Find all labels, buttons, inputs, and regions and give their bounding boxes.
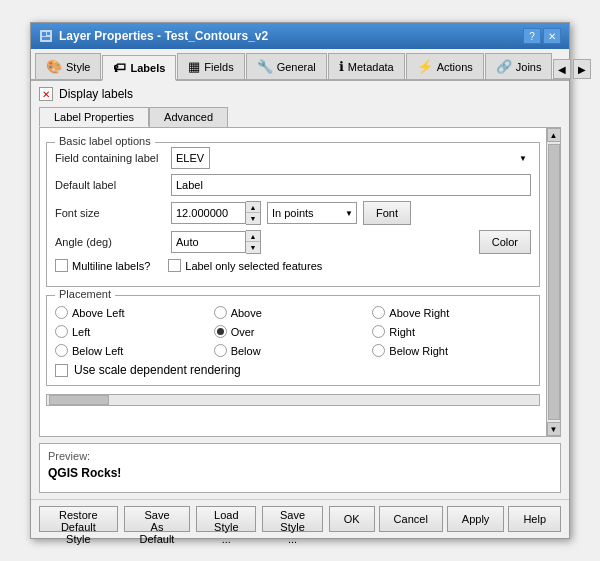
angle-input[interactable]	[171, 231, 246, 253]
font-size-text: Font size	[55, 207, 165, 219]
tab-general-label: General	[277, 61, 316, 73]
placement-title: Placement	[55, 288, 115, 300]
default-label-input[interactable]	[171, 174, 531, 196]
restore-default-button[interactable]: Restore Default Style	[39, 506, 118, 532]
inner-tab-advanced-label: Advanced	[164, 111, 213, 123]
tab-actions[interactable]: ⚡ Actions	[406, 53, 484, 79]
title-bar: Layer Properties - Test_Contours_v2 ? ✕	[31, 23, 569, 49]
load-style-button[interactable]: Load Style ...	[196, 506, 256, 532]
radio-below-left-label: Below Left	[72, 345, 123, 357]
selected-only-checkbox[interactable]	[168, 259, 181, 272]
close-title-button[interactable]: ✕	[543, 28, 561, 44]
scroll-down-arrow[interactable]: ▼	[547, 422, 561, 436]
display-labels-checkbox[interactable]: ✕	[39, 87, 53, 101]
tab-labels[interactable]: 🏷 Labels	[102, 55, 176, 81]
field-containing-label-text: Field containing label	[55, 152, 165, 164]
save-style-button[interactable]: Save Style ...	[262, 506, 322, 532]
radio-below-right-btn[interactable]	[372, 344, 385, 357]
radio-right-label: Right	[389, 326, 415, 338]
main-window: Layer Properties - Test_Contours_v2 ? ✕ …	[30, 22, 570, 539]
placement-group: Placement Above Left Above	[46, 295, 540, 386]
basic-label-options-title: Basic label options	[55, 135, 155, 147]
radio-right-btn[interactable]	[372, 325, 385, 338]
font-size-row: Font size ▲ ▼ In points In map units	[55, 201, 531, 225]
window-title: Layer Properties - Test_Contours_v2	[59, 29, 268, 43]
radio-below-right: Below Right	[372, 344, 531, 357]
radio-above-btn[interactable]	[214, 306, 227, 319]
scroll-content: Basic label options Field containing lab…	[46, 142, 554, 406]
font-size-spinner: ▲ ▼	[171, 201, 261, 225]
selected-only-checkbox-item: Label only selected features	[168, 259, 322, 272]
radio-below-right-label: Below Right	[389, 345, 448, 357]
radio-above-label: Above	[231, 307, 262, 319]
help-title-button[interactable]: ?	[523, 28, 541, 44]
horiz-scroll-thumb[interactable]	[49, 395, 109, 405]
angle-text: Angle (deg)	[55, 236, 165, 248]
tab-joins-label: Joins	[516, 61, 542, 73]
radio-below: Below	[214, 344, 373, 357]
ok-button[interactable]: OK	[329, 506, 375, 532]
font-size-unit-select[interactable]: In points In map units	[267, 202, 357, 224]
default-label-text: Default label	[55, 179, 165, 191]
multiline-checkbox[interactable]	[55, 259, 68, 272]
font-size-unit-wrapper: In points In map units	[267, 202, 357, 224]
inner-tab-label-props[interactable]: Label Properties	[39, 107, 149, 127]
scroll-panel: Basic label options Field containing lab…	[39, 127, 561, 437]
font-size-up-btn[interactable]: ▲	[246, 202, 260, 213]
radio-left-btn[interactable]	[55, 325, 68, 338]
bottom-buttons-area: Restore Default Style Save As Default Lo…	[31, 499, 569, 538]
angle-row: Angle (deg) ▲ ▼ Color	[55, 230, 531, 254]
radio-above-left-label: Above Left	[72, 307, 125, 319]
radio-above-left-btn[interactable]	[55, 306, 68, 319]
tab-joins[interactable]: 🔗 Joins	[485, 53, 553, 79]
vertical-scrollbar[interactable]: ▲ ▼	[546, 128, 560, 436]
checkboxes-row: Multiline labels? Label only selected fe…	[55, 259, 531, 272]
tab-metadata-label: Metadata	[348, 61, 394, 73]
radio-below-btn[interactable]	[214, 344, 227, 357]
scroll-thumb[interactable]	[548, 144, 560, 420]
font-size-down-btn[interactable]: ▼	[246, 213, 260, 224]
fields-tab-icon: ▦	[188, 59, 200, 74]
save-as-default-button[interactable]: Save As Default	[124, 506, 191, 532]
window-icon	[39, 29, 53, 43]
radio-above-left: Above Left	[55, 306, 214, 319]
angle-down-btn[interactable]: ▼	[246, 242, 260, 253]
content-area: ✕ Display labels Label Properties Advanc…	[31, 81, 569, 499]
radio-over: Over	[214, 325, 373, 338]
field-containing-label-row: Field containing label ELEV	[55, 147, 531, 169]
tab-nav-right[interactable]: ▶	[573, 59, 591, 79]
scale-dependent-checkbox[interactable]	[55, 364, 68, 377]
field-containing-label-select[interactable]: ELEV	[171, 147, 210, 169]
svg-rect-1	[42, 32, 46, 36]
radio-over-label: Over	[231, 326, 255, 338]
horizontal-scrollbar[interactable]	[46, 394, 540, 406]
radio-below-left-btn[interactable]	[55, 344, 68, 357]
tab-general[interactable]: 🔧 General	[246, 53, 327, 79]
font-size-input[interactable]	[171, 202, 246, 224]
tab-nav-left[interactable]: ◀	[553, 59, 571, 79]
radio-above-right-btn[interactable]	[372, 306, 385, 319]
preview-text: QGIS Rocks!	[48, 466, 552, 480]
svg-rect-3	[42, 37, 50, 40]
angle-up-btn[interactable]: ▲	[246, 231, 260, 242]
inner-tab-advanced[interactable]: Advanced	[149, 107, 228, 127]
tab-style[interactable]: 🎨 Style	[35, 53, 101, 79]
scale-row: Use scale dependent rendering	[55, 363, 531, 377]
general-tab-icon: 🔧	[257, 59, 273, 74]
tab-bar: 🎨 Style 🏷 Labels ▦ Fields 🔧 General ℹ Me…	[31, 49, 569, 81]
radio-above-right-label: Above Right	[389, 307, 449, 319]
labels-tab-icon: 🏷	[113, 60, 126, 75]
apply-button[interactable]: Apply	[447, 506, 505, 532]
tab-fields[interactable]: ▦ Fields	[177, 53, 244, 79]
selected-only-label: Label only selected features	[185, 260, 322, 272]
help-button[interactable]: Help	[508, 506, 561, 532]
preview-section: Preview: QGIS Rocks!	[39, 443, 561, 493]
tab-metadata[interactable]: ℹ Metadata	[328, 53, 405, 79]
cancel-button[interactable]: Cancel	[379, 506, 443, 532]
radio-above: Above	[214, 306, 373, 319]
scroll-up-arrow[interactable]: ▲	[547, 128, 561, 142]
font-button[interactable]: Font	[363, 201, 411, 225]
radio-over-btn[interactable]	[214, 325, 227, 338]
color-button[interactable]: Color	[479, 230, 531, 254]
preview-label: Preview:	[48, 450, 552, 462]
